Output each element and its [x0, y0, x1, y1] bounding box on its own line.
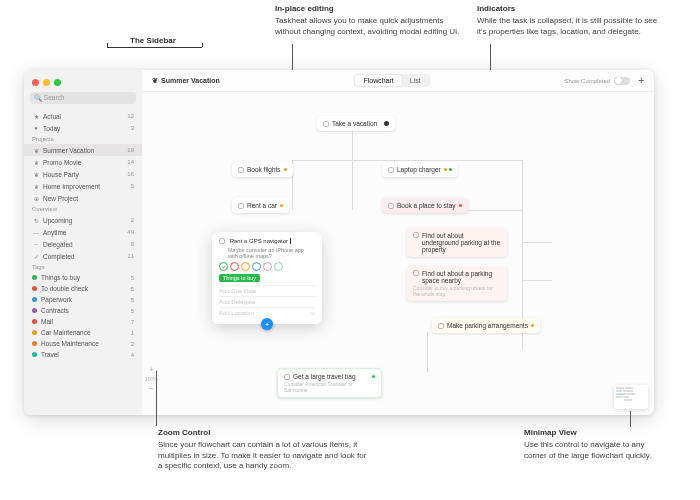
task-editor-popover[interactable]: Rent a GPS navigator Maybe consider an i… [212, 232, 322, 324]
sidebar-item-delegated[interactable]: →Delegated8 [24, 238, 142, 250]
node-travel-bag[interactable]: Get a large travel bag Consider American… [277, 368, 382, 398]
node-root[interactable]: Take a vacation [317, 116, 395, 131]
item-icon: ❦ [32, 182, 40, 190]
tag-picker[interactable]: ✓ [219, 262, 315, 271]
item-icon: ✓ [32, 252, 40, 260]
sidebar-item-house-maintenance[interactable]: House Maintenance2 [24, 338, 142, 349]
item-icon: ❦ [32, 146, 40, 154]
section-projects: Projects [24, 134, 142, 144]
location-field[interactable]: Add Location ⊙ [219, 307, 315, 318]
show-completed-toggle[interactable]: Show Completed [564, 77, 630, 85]
callout-minimap: Minimap View Use this control to navigat… [524, 428, 669, 461]
callout-indicators: Indicators While the task is collapsed, … [477, 4, 659, 37]
add-child-button[interactable]: + [261, 318, 273, 330]
zoom-out-button[interactable]: − [149, 384, 154, 393]
callout-minimap-line [630, 411, 631, 427]
assigned-tag-pill[interactable]: Things to buy [219, 274, 260, 282]
toolbar: ❦ Summer Vacation Flowchart List Show Co… [142, 70, 654, 92]
tag-dot-icon [32, 286, 37, 291]
due-date-field[interactable]: Add Due Date [219, 285, 315, 296]
task-notes[interactable]: Maybe consider an iPhone app with offlin… [228, 247, 315, 259]
tag-color-option[interactable] [252, 262, 261, 271]
node-laptop-charger[interactable]: Laptop charger [382, 162, 458, 177]
checkbox-icon[interactable] [388, 167, 394, 173]
sidebar-item-completed[interactable]: ✓Completed11 [24, 250, 142, 262]
plus-icon: ⊕ [32, 194, 40, 202]
sidebar-item-home-improvement[interactable]: ❦Home Improvement5 [24, 180, 142, 192]
tag-color-option[interactable]: ✓ [219, 262, 228, 271]
sidebar-item-today[interactable]: ●Today3 [24, 122, 142, 134]
sidebar-item-travel[interactable]: Travel4 [24, 349, 142, 360]
node-book-place[interactable]: Book a place to stay [382, 198, 468, 213]
checkbox-icon[interactable] [284, 374, 290, 380]
node-rent-car[interactable]: Rent a car [232, 198, 289, 213]
checkbox-icon[interactable] [413, 232, 419, 238]
sidebar-item-contracts[interactable]: Contracts5 [24, 305, 142, 316]
task-title-input[interactable]: Rent a GPS navigator [230, 238, 291, 244]
sidebar-item-summer-vacation[interactable]: ❦Summer Vacation19 [24, 144, 142, 156]
node-make-parking[interactable]: Make parking arrangements [432, 318, 540, 333]
tag-dot-icon [32, 330, 37, 335]
tag-color-option[interactable] [241, 262, 250, 271]
node-book-flights[interactable]: Book flights [232, 162, 293, 177]
checkbox-icon[interactable] [323, 121, 329, 127]
tag-dot-icon [32, 319, 37, 324]
sidebar-item-car-maintenance[interactable]: Car Maintenance1 [24, 327, 142, 338]
more-icon[interactable]: ⊙ [311, 310, 315, 316]
tag-color-option[interactable] [230, 262, 239, 271]
sidebar-item-house-party[interactable]: ❦House Party16 [24, 168, 142, 180]
sidebar: 🔍 Search ★Actual12●Today3 Projects ❦Summ… [24, 70, 142, 415]
item-icon: → [32, 240, 40, 248]
traffic-lights[interactable] [24, 76, 142, 92]
checkbox-icon[interactable] [438, 323, 444, 329]
tag-dot-icon [32, 341, 37, 346]
tag-dot-icon [32, 297, 37, 302]
close-icon[interactable] [32, 79, 39, 86]
checkbox-icon[interactable] [238, 167, 244, 173]
minimap[interactable] [614, 385, 648, 409]
tag-dot-icon [32, 275, 37, 280]
callout-zoom: Zoom Control Since your flowchart can co… [158, 428, 368, 472]
sidebar-item-actual[interactable]: ★Actual12 [24, 110, 142, 122]
checkbox-icon[interactable] [388, 203, 394, 209]
section-tags: Tags [24, 262, 142, 272]
app-window: 🔍 Search ★Actual12●Today3 Projects ❦Summ… [24, 70, 654, 415]
tag-dot-icon [32, 308, 37, 313]
item-icon: ❦ [32, 170, 40, 178]
node-parking-nearby[interactable]: Find out about a parking space nearby Co… [407, 266, 507, 301]
tag-color-option[interactable] [263, 262, 272, 271]
item-icon: ↻ [32, 216, 40, 224]
sidebar-item-promo-movie[interactable]: ❦Promo Movie14 [24, 156, 142, 168]
sidebar-item-mail[interactable]: Mail7 [24, 316, 142, 327]
section-overview: Overview [24, 204, 142, 214]
checkbox-icon[interactable] [413, 270, 419, 276]
delegate-field[interactable]: Add Delegate [219, 296, 315, 307]
callout-inplace: In-place editing Taskheat allows you to … [275, 4, 460, 37]
search-input[interactable]: 🔍 Search [30, 92, 136, 104]
item-icon: ❦ [32, 158, 40, 166]
add-button[interactable]: + [638, 75, 644, 86]
seg-list[interactable]: List [402, 75, 429, 86]
item-icon: ⋯ [32, 228, 40, 236]
zoom-icon[interactable] [54, 79, 61, 86]
item-icon: ★ [32, 112, 40, 120]
minimize-icon[interactable] [43, 79, 50, 86]
view-segmented-control[interactable]: Flowchart List [354, 74, 429, 87]
handle-icon[interactable] [384, 121, 389, 126]
switch-icon[interactable] [614, 77, 630, 85]
seg-flowchart[interactable]: Flowchart [355, 75, 401, 86]
tag-color-option[interactable] [274, 262, 283, 271]
canvas[interactable]: ❦ Summer Vacation Flowchart List Show Co… [142, 70, 654, 415]
new-project-button[interactable]: ⊕ New Project [24, 192, 142, 204]
callout-sidebar-bracket [107, 47, 202, 48]
sidebar-item-to-double-check[interactable]: To double check5 [24, 283, 142, 294]
checkbox-icon[interactable] [238, 203, 244, 209]
sidebar-item-upcoming[interactable]: ↻Upcoming2 [24, 214, 142, 226]
node-underground-parking[interactable]: Find out about underground parking at th… [407, 228, 507, 257]
sidebar-item-things-to-buy[interactable]: Things to buy5 [24, 272, 142, 283]
sidebar-item-anytime[interactable]: ⋯Anytime49 [24, 226, 142, 238]
tag-dot-icon [32, 352, 37, 357]
zoom-in-button[interactable]: + [149, 365, 154, 374]
sidebar-item-paperwork[interactable]: Paperwork5 [24, 294, 142, 305]
checkbox-icon[interactable] [219, 238, 225, 244]
